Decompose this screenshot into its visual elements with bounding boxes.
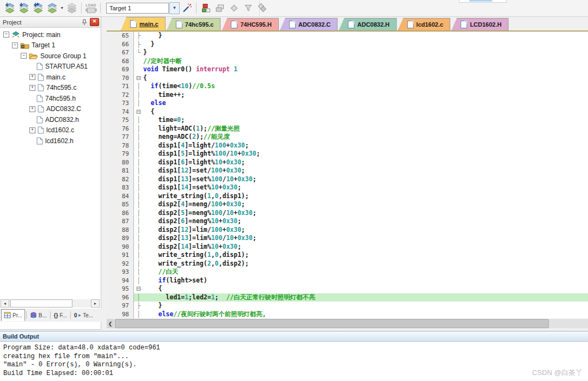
file-icon bbox=[38, 105, 44, 113]
code-line-70[interactable]: 70⊟{ bbox=[107, 74, 588, 83]
code-line-73[interactable]: 73│ else bbox=[107, 99, 588, 108]
code-line-95[interactable]: 95⊟ { bbox=[107, 285, 588, 293]
code-line-82[interactable]: 82│ disp1[13]=set%100/10+0x30; bbox=[107, 175, 588, 184]
group-button[interactable] bbox=[255, 2, 270, 15]
tree-item-source-group-1[interactable]: −Source Group 1 bbox=[0, 51, 100, 62]
tab-separator bbox=[26, 311, 27, 319]
code-line-65[interactable]: 65├ } bbox=[107, 32, 588, 40]
tree-item-target-1[interactable]: −Target 1 bbox=[0, 40, 100, 51]
code-line-92[interactable]: 92│ write_string(2,0,disp2); bbox=[107, 260, 588, 268]
code-text: disp1[5]=light%100/10+0x30; bbox=[143, 150, 588, 158]
file-tab-adc0832.h[interactable]: ADC0832.H bbox=[339, 18, 396, 30]
code-line-91[interactable]: 91│ write_string(1,0,disp1); bbox=[107, 251, 588, 260]
hscroll-thumb[interactable] bbox=[10, 299, 72, 308]
code-line-68[interactable]: 68//定时器中断 bbox=[107, 57, 588, 66]
code-editor[interactable]: 65├ }66├ }67└}68//定时器中断69void Timer0() i… bbox=[107, 32, 588, 318]
tree-item-adc0832.c[interactable]: +ADC0832.C bbox=[0, 104, 100, 115]
code-line-76[interactable]: 76│ light=ADC(1);//测量光照 bbox=[107, 125, 588, 133]
tree-item-lcd1602.c[interactable]: +lcd1602.c bbox=[0, 125, 100, 136]
collapse-icon[interactable]: − bbox=[12, 42, 18, 48]
code-line-67[interactable]: 67└} bbox=[107, 48, 588, 57]
code-line-98[interactable]: 98│ else//夜间行驶时两个前照明灯都亮, bbox=[107, 310, 588, 319]
code-line-88[interactable]: 88│ disp2[12]=lim/100+0x30; bbox=[107, 226, 588, 235]
code-line-84[interactable]: 84│ write_string(1,0,disp1); bbox=[107, 192, 588, 201]
stop-build-button[interactable] bbox=[65, 2, 79, 15]
editor-hscrollbar[interactable]: ❮ bbox=[107, 319, 588, 328]
batch-build-button[interactable] bbox=[45, 2, 59, 15]
workspace-tab-pr[interactable]: Pr... bbox=[1, 309, 25, 321]
options-for-target-button[interactable] bbox=[180, 2, 194, 15]
code-line-78[interactable]: 78│ disp1[4]=light/100+0x30; bbox=[107, 142, 588, 150]
tree-item-lcd1602.h[interactable]: lcd1602.h bbox=[0, 136, 100, 146]
collapse-icon[interactable]: − bbox=[3, 32, 9, 38]
tree-item-adc0832.h[interactable]: ADC0832.h bbox=[0, 114, 100, 125]
file-tab-main.c[interactable]: main.c bbox=[121, 17, 166, 30]
target-select-value[interactable]: Target 1 bbox=[106, 3, 169, 14]
collapse-icon[interactable]: − bbox=[21, 53, 27, 59]
chevron-down-icon[interactable]: ▼ bbox=[169, 2, 180, 14]
fold-collapse-icon[interactable]: ⊟ bbox=[134, 74, 143, 83]
fold-collapse-icon[interactable]: ⊟ bbox=[134, 108, 143, 116]
tree-item-label: lcd1602.h bbox=[45, 137, 74, 145]
code-line-81[interactable]: 81│ disp1[12]=set/100+0x30; bbox=[107, 167, 588, 175]
download-button[interactable]: LOAD bbox=[84, 2, 98, 15]
code-line-90[interactable]: 90│ disp2[14]=lim%10+0x30; bbox=[107, 243, 588, 251]
hscroll-thumb[interactable] bbox=[115, 319, 549, 328]
code-line-77[interactable]: 77│ neng=ADC(2);//能见度 bbox=[107, 133, 588, 142]
file-tab-lcd1602.h[interactable]: LCD1602.H bbox=[451, 18, 509, 30]
build-button[interactable]: "> bbox=[17, 2, 31, 15]
target-select[interactable]: Target 1▼ bbox=[106, 2, 180, 14]
tree-item-startup.a51[interactable]: STARTUP.A51 bbox=[0, 62, 100, 72]
code-line-83[interactable]: 83│ disp1[14]=set%10+0x30; bbox=[107, 183, 588, 192]
code-line-87[interactable]: 87│ disp2[6]=neng%10+0x30; bbox=[107, 217, 588, 226]
pin-icon[interactable] bbox=[81, 19, 88, 26]
expand-icon[interactable]: + bbox=[29, 127, 35, 133]
tree-item-project-main[interactable]: −Project: main bbox=[0, 29, 100, 40]
rebuild-button[interactable]: "> bbox=[31, 2, 45, 15]
code-line-97[interactable]: 97├ } bbox=[107, 302, 588, 310]
code-line-86[interactable]: 86│ disp2[5]=neng%100/10+0x30; bbox=[107, 209, 588, 218]
workspace-tab-b[interactable]: B... bbox=[28, 310, 49, 321]
project-panel-hscrollbar[interactable]: ◄ ► bbox=[1, 299, 100, 308]
tree-item-74hc595.c[interactable]: +74hc595.c bbox=[0, 83, 100, 94]
workspace-tab-label: Te... bbox=[83, 312, 93, 318]
expand-icon[interactable]: + bbox=[29, 74, 35, 80]
manage-environment-button[interactable] bbox=[199, 2, 213, 15]
code-text: disp1[12]=set/100+0x30; bbox=[143, 167, 588, 175]
code-line-89[interactable]: 89│ disp2[13]=lim%100/10+0x30; bbox=[107, 234, 588, 243]
code-line-94[interactable]: 94│ if(light>set) bbox=[107, 276, 588, 285]
scroll-left-arrow-icon[interactable]: ❮ bbox=[107, 319, 114, 328]
file-tab-74hc595.c[interactable]: 74hc595.c bbox=[167, 18, 221, 30]
code-text: write_string(2,0,disp2); bbox=[143, 260, 588, 268]
code-line-71[interactable]: 71│ if(time<10)//0.5s bbox=[107, 82, 588, 91]
dropdown-caret-icon[interactable]: ▼ bbox=[59, 2, 65, 15]
code-line-96[interactable]: 96│ led1=1;led2=1; //白天正常行驶时照明灯都不亮 bbox=[107, 293, 588, 302]
workspace-tab-f[interactable]: {}F... bbox=[52, 310, 69, 321]
file-tab-adc0832.c[interactable]: ADC0832.C bbox=[280, 18, 338, 30]
code-line-85[interactable]: 85│ disp2[4]=neng/100+0x30; bbox=[107, 200, 588, 209]
file-tab-74hc595.h[interactable]: 74HC595.H bbox=[222, 18, 278, 30]
fold-collapse-icon[interactable]: ⊟ bbox=[134, 285, 143, 293]
scroll-left-arrow-icon[interactable]: ◄ bbox=[1, 299, 9, 308]
cascade-windows-button[interactable] bbox=[213, 2, 227, 15]
code-line-74[interactable]: 74⊟ { bbox=[107, 108, 588, 116]
workspace-tab-te[interactable]: 0➤Te... bbox=[72, 310, 95, 321]
expand-icon[interactable]: + bbox=[29, 85, 35, 91]
device-button[interactable] bbox=[227, 2, 241, 15]
code-line-69[interactable]: 69void Timer0() interrupt 1 bbox=[107, 65, 588, 74]
code-line-79[interactable]: 79│ disp1[5]=light%100/10+0x30; bbox=[107, 150, 588, 158]
code-line-72[interactable]: 72│ time++; bbox=[107, 91, 588, 100]
expand-icon[interactable]: + bbox=[29, 106, 35, 112]
file-tab-lcd1602.c[interactable]: lcd1602.c bbox=[398, 18, 451, 30]
code-line-93[interactable]: 93│ //白天 bbox=[107, 268, 588, 276]
scroll-right-arrow-icon[interactable]: ► bbox=[91, 299, 100, 308]
tree-item-74hc595.h[interactable]: 74hc595.h bbox=[0, 93, 100, 104]
filter-button[interactable] bbox=[241, 2, 255, 15]
code-line-80[interactable]: 80│ disp1[6]=light%10+0x30; bbox=[107, 158, 588, 167]
tree-item-main.c[interactable]: +main.c bbox=[0, 72, 100, 83]
close-panel-button[interactable]: ✕ bbox=[90, 18, 99, 26]
code-line-66[interactable]: 66├ } bbox=[107, 40, 588, 49]
translate-button[interactable]: "> bbox=[3, 2, 17, 15]
build-output-log[interactable]: Program Size: data=48.0 xdata=0 code=961… bbox=[0, 342, 588, 381]
code-line-75[interactable]: 75│ time=0; bbox=[107, 116, 588, 125]
